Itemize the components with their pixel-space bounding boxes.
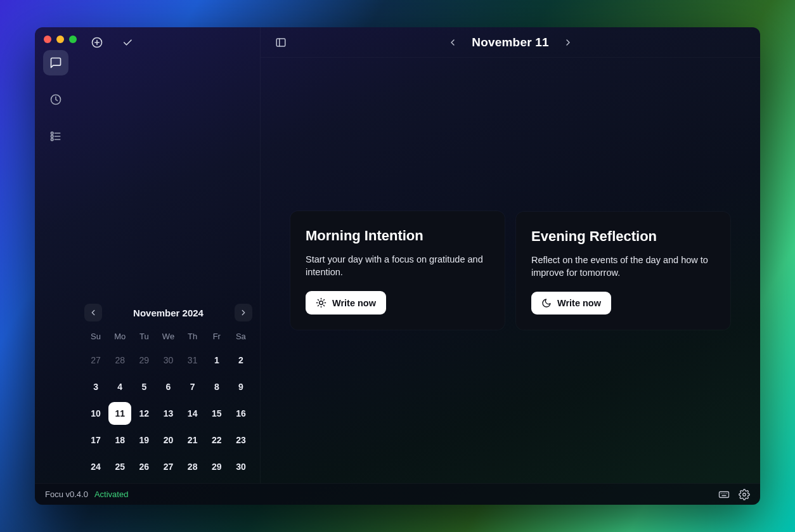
main-content: Morning Intention Start your day with a …: [261, 58, 760, 483]
calendar-day[interactable]: 18: [108, 429, 131, 451]
rail-item-tasks[interactable]: [43, 124, 68, 149]
calendar-day[interactable]: 3: [84, 375, 107, 398]
activation-status: Activated: [94, 490, 128, 499]
calendar-day[interactable]: 17: [84, 429, 107, 451]
chevron-left-icon: [448, 37, 458, 48]
keyboard-icon: [718, 489, 730, 500]
calendar-day[interactable]: 29: [205, 455, 228, 478]
calendar-day[interactable]: 15: [205, 402, 228, 425]
minimize-window-button[interactable]: [56, 36, 64, 43]
calendar-day[interactable]: 30: [229, 455, 252, 478]
calendar-day[interactable]: 27: [157, 455, 179, 478]
next-day-button[interactable]: [563, 37, 573, 48]
calendar-day-header: Sa: [229, 328, 252, 345]
card-description: Reflect on the events of the day and how…: [531, 254, 715, 279]
keyboard-shortcuts-button[interactable]: [717, 488, 731, 502]
card-title: Evening Reflection: [531, 228, 715, 245]
morning-write-now-button[interactable]: Write now: [306, 291, 386, 315]
done-button[interactable]: [120, 35, 135, 50]
app-version-label: Focu v0.4.0: [45, 490, 88, 499]
calendar-day[interactable]: 31: [181, 349, 204, 372]
calendar-day[interactable]: 26: [132, 455, 155, 478]
calendar-day[interactable]: 29: [132, 349, 155, 372]
calendar-day[interactable]: 2: [229, 349, 252, 372]
calendar-day[interactable]: 22: [205, 429, 228, 451]
window-traffic-lights: [44, 36, 77, 43]
list-icon: [49, 130, 62, 143]
evening-write-now-button[interactable]: Write now: [531, 292, 611, 315]
svg-rect-3: [51, 138, 53, 140]
chevron-right-icon: [563, 37, 573, 48]
check-icon: [122, 37, 133, 48]
calendar-day[interactable]: 8: [205, 375, 228, 398]
card-title: Morning Intention: [306, 228, 489, 244]
svg-rect-5: [276, 39, 285, 46]
svg-point-8: [743, 493, 746, 496]
rail-item-history[interactable]: [43, 87, 68, 112]
calendar-day[interactable]: 30: [157, 349, 179, 372]
nav-rail: [35, 27, 77, 483]
calendar-day[interactable]: 7: [181, 375, 204, 398]
calendar-day-header: We: [157, 328, 179, 345]
calendar-day[interactable]: 6: [157, 375, 179, 398]
calendar-day-header: Tu: [132, 328, 155, 345]
sun-icon: [316, 297, 326, 308]
button-label: Write now: [557, 298, 601, 308]
calendar-day[interactable]: 28: [181, 455, 204, 478]
chevron-left-icon: [89, 308, 98, 317]
calendar-day-header: Th: [181, 328, 204, 345]
card-description: Start your day with a focus on gratitude…: [306, 253, 489, 278]
statusbar: Focu v0.4.0 Activated: [35, 483, 760, 505]
rail-item-chat[interactable]: [43, 50, 68, 75]
close-window-button[interactable]: [44, 36, 51, 43]
calendar-day-header: Mo: [108, 328, 131, 345]
clock-icon: [49, 93, 62, 106]
morning-intention-card: Morning Intention Start your day with a …: [290, 211, 505, 330]
sidebar: November 2024 SuMoTuWeThFrSa272829303112…: [77, 27, 261, 483]
main-header: November 11: [261, 27, 760, 58]
toggle-sidebar-button[interactable]: [272, 34, 290, 51]
panel-left-icon: [275, 37, 287, 48]
fullscreen-window-button[interactable]: [69, 36, 77, 43]
calendar-day[interactable]: 25: [108, 455, 131, 478]
svg-rect-2: [51, 135, 53, 137]
calendar-day[interactable]: 10: [84, 402, 107, 425]
calendar-day[interactable]: 5: [132, 375, 155, 398]
calendar-day[interactable]: 11: [108, 402, 131, 425]
calendar-prev-month-button[interactable]: [84, 304, 102, 321]
calendar-day[interactable]: 16: [229, 402, 252, 425]
calendar-day[interactable]: 13: [157, 402, 179, 425]
sidebar-toolbar: [77, 27, 260, 58]
calendar-day[interactable]: 28: [108, 349, 131, 372]
gear-icon: [739, 489, 750, 500]
chat-bubble-icon: [49, 56, 62, 69]
add-circle-icon: [91, 36, 103, 49]
calendar-month-label: November 2024: [110, 308, 227, 318]
main-area: November 11 Morning Intention Start your…: [261, 27, 760, 483]
chevron-right-icon: [239, 308, 248, 317]
svg-rect-1: [51, 132, 53, 134]
settings-button[interactable]: [737, 488, 751, 502]
add-entry-button[interactable]: [89, 35, 105, 50]
app-window: November 2024 SuMoTuWeThFrSa272829303112…: [35, 27, 760, 505]
calendar: November 2024 SuMoTuWeThFrSa272829303112…: [77, 304, 260, 483]
calendar-day[interactable]: 20: [157, 429, 179, 451]
calendar-day[interactable]: 23: [229, 429, 252, 451]
calendar-day[interactable]: 4: [108, 375, 131, 398]
calendar-day[interactable]: 21: [181, 429, 204, 451]
calendar-day-header: Su: [84, 328, 107, 345]
calendar-day[interactable]: 12: [132, 402, 155, 425]
calendar-day[interactable]: 27: [84, 349, 107, 372]
calendar-next-month-button[interactable]: [235, 304, 252, 321]
calendar-day[interactable]: 1: [205, 349, 228, 372]
calendar-day[interactable]: 14: [181, 402, 204, 425]
current-date-title: November 11: [472, 36, 549, 49]
svg-point-6: [320, 301, 323, 305]
calendar-day[interactable]: 9: [229, 375, 252, 398]
calendar-day-header: Fr: [205, 328, 228, 345]
calendar-day[interactable]: 24: [84, 455, 107, 478]
evening-reflection-card: Evening Reflection Reflect on the events…: [516, 212, 730, 330]
button-label: Write now: [332, 298, 376, 308]
prev-day-button[interactable]: [448, 37, 458, 48]
calendar-day[interactable]: 19: [132, 429, 155, 451]
